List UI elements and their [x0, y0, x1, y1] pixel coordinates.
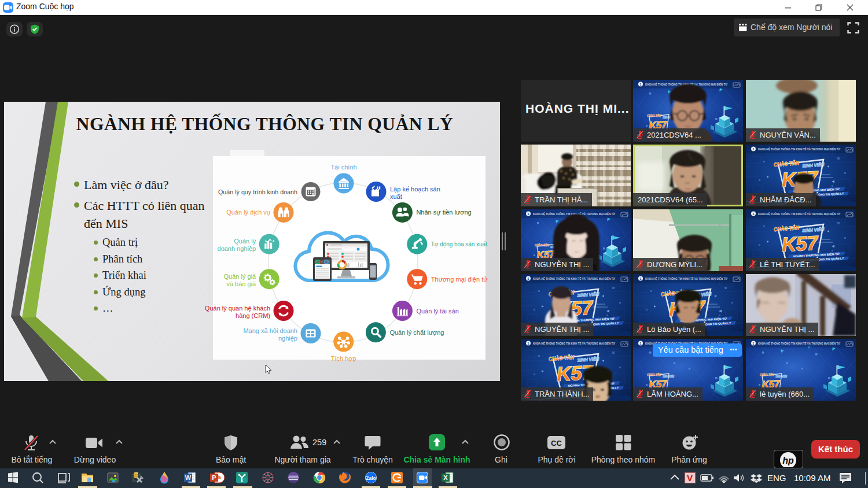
svg-text:Nhân sự tiền lương: Nhân sự tiền lương [416, 209, 471, 216]
svg-text:nghiệp: nghiệp [278, 335, 297, 342]
svg-text:và báo giá: và báo giá [226, 280, 256, 287]
svg-text:X: X [443, 474, 448, 481]
svg-text:Quản lý chất lượng: Quản lý chất lượng [389, 329, 444, 336]
svg-text:W: W [185, 474, 192, 481]
svg-text:Tự động hóa sản xuất: Tự động hóa sản xuất [431, 241, 487, 247]
svg-text:Quản lý quy trình kinh doanh: Quản lý quy trình kinh doanh [218, 188, 297, 195]
svg-text:hàng (CRM): hàng (CRM) [236, 312, 270, 319]
svg-text:Quản lý giá: Quản lý giá [224, 273, 257, 280]
svg-text:Thương mại điện tử: Thương mại điện tử [431, 276, 488, 283]
svg-text:xuất: xuất [390, 193, 402, 200]
svg-text:doanh nghiệp: doanh nghiệp [218, 245, 256, 252]
svg-text:Lập kế hoạch sản: Lập kế hoạch sản [390, 186, 440, 193]
svg-text:P: P [212, 474, 216, 481]
svg-text:CC: CC [551, 439, 562, 448]
svg-text:Quản lý dịch vụ: Quản lý dịch vụ [226, 209, 270, 216]
svg-text:Quản lý tài sản: Quản lý tài sản [416, 308, 458, 315]
svg-text:Zalo: Zalo [366, 475, 376, 481]
svg-text:hp: hp [782, 456, 794, 465]
svg-text:Mạng xã hội doanh: Mạng xã hội doanh [243, 327, 297, 334]
svg-text:Tích hợp: Tích hợp [331, 355, 356, 362]
svg-text:Quản lý quan hệ khách: Quản lý quan hệ khách [205, 305, 270, 312]
svg-text:Tài chính: Tài chính [330, 164, 356, 171]
svg-text:Quản lý: Quản lý [234, 238, 256, 245]
